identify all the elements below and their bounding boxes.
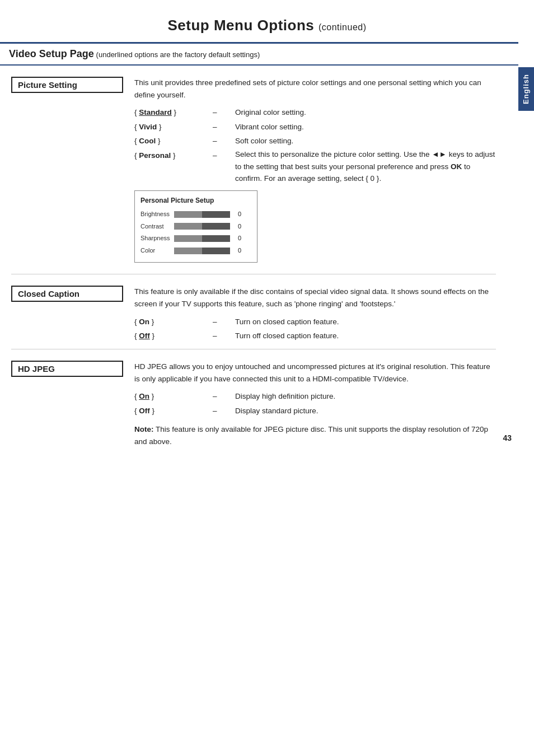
section-header-subtitle: (underlined options are the factory defa…	[96, 50, 260, 59]
sharpness-row: Sharpness 0	[140, 234, 251, 244]
desc-standard: Original color setting.	[235, 105, 496, 120]
closed-caption-description: This feature is only available if the di…	[134, 286, 496, 310]
contrast-track	[174, 223, 230, 230]
brightness-track	[174, 211, 230, 218]
cc-option-off: { Off }	[134, 329, 207, 343]
option-standard: { Standard }	[134, 105, 207, 120]
section-header: Video Setup Page (underlined options are…	[0, 42, 518, 66]
cc-desc-on: Turn on closed caption feature.	[235, 315, 496, 329]
hd-jpeg-note: Note: This feature is only available for…	[134, 423, 496, 447]
personal-setup-box: Personal Picture Setup Brightness 0 Cont…	[134, 190, 257, 263]
color-track	[174, 248, 230, 254]
sharpness-track	[174, 235, 230, 242]
note-label: Note:	[134, 425, 154, 433]
hdjpeg-desc-off: Display standard picture.	[235, 404, 496, 418]
hd-jpeg-description: HD JPEG allows you to enjoy untouched an…	[134, 361, 496, 385]
desc-vivid: Vibrant color setting.	[235, 120, 496, 134]
hd-jpeg-content: HD JPEG allows you to enjoy untouched an…	[134, 361, 496, 448]
hdjpeg-option-on: { On }	[134, 389, 207, 404]
cc-desc-off: Turn off closed caption feature.	[235, 329, 496, 343]
brightness-value: 0	[233, 209, 241, 220]
hdjpeg-desc-on: Display high definition picture.	[235, 389, 496, 404]
picture-setting-description: This unit provides three predefined sets…	[134, 77, 496, 101]
title-continued: (continued)	[318, 22, 367, 32]
color-value: 0	[233, 246, 241, 256]
note-text: This feature is only available for JPEG …	[134, 425, 488, 446]
contrast-row: Contrast 0	[140, 222, 251, 232]
closed-caption-label: Closed Caption	[11, 286, 123, 302]
contrast-value: 0	[233, 222, 241, 232]
option-vivid: { Vivid }	[134, 120, 207, 134]
page-number: 43	[503, 433, 512, 442]
content-area: Picture Setting This unit provides three…	[0, 66, 518, 454]
color-label: Color	[140, 246, 174, 256]
color-row: Color 0	[140, 246, 251, 256]
closed-caption-row: Closed Caption This feature is only avai…	[11, 274, 496, 349]
title-main: Setup Menu Options	[167, 17, 314, 34]
sharpness-label: Sharpness	[140, 234, 174, 244]
option-cool: { Cool }	[134, 134, 207, 148]
page-container: Setup Menu Options (continued) English V…	[0, 0, 534, 454]
hd-jpeg-label: HD JPEG	[11, 361, 123, 377]
language-label: English	[522, 74, 530, 104]
hd-jpeg-row: HD JPEG HD JPEG allows you to enjoy unto…	[11, 349, 496, 454]
picture-setting-content: This unit provides three predefined sets…	[134, 77, 496, 268]
section-header-title: Video Setup Page	[9, 48, 94, 59]
contrast-label: Contrast	[140, 222, 174, 232]
option-personal: { Personal }	[134, 148, 207, 163]
cc-option-on: { On }	[134, 315, 207, 329]
sharpness-value: 0	[233, 234, 241, 244]
brightness-row: Brightness 0	[140, 209, 251, 220]
picture-setting-row: Picture Setting This unit provides three…	[11, 66, 496, 274]
picture-setting-label: Picture Setting	[11, 77, 123, 93]
brightness-label: Brightness	[140, 209, 174, 220]
personal-setup-title: Personal Picture Setup	[140, 195, 251, 206]
page-title: Setup Menu Options (continued)	[0, 11, 534, 42]
closed-caption-content: This feature is only available if the di…	[134, 286, 496, 343]
hdjpeg-option-off: { Off }	[134, 404, 207, 418]
language-tab: English	[518, 67, 534, 111]
desc-personal: Select this to personalize the picture c…	[235, 148, 496, 185]
desc-cool: Soft color setting.	[235, 134, 496, 148]
